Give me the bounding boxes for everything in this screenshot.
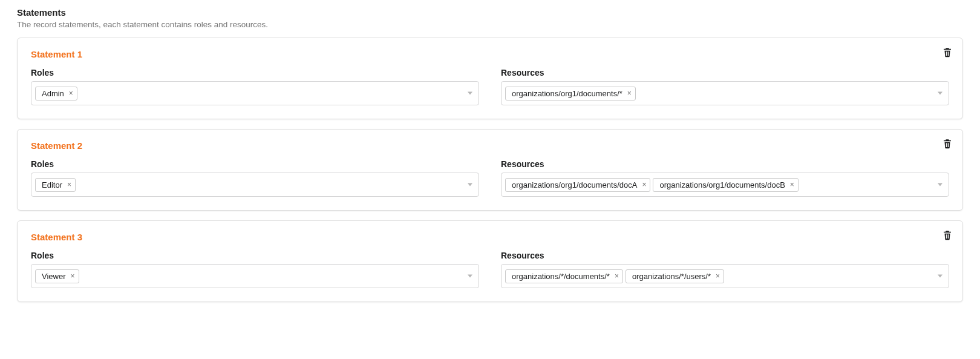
remove-chip-button[interactable]: × [627,90,632,97]
chip-label: organizations/org1/documents/docA [512,181,637,189]
resources-label: Resources [501,159,949,169]
resources-label: Resources [501,251,949,260]
delete-statement-button[interactable] [942,47,954,59]
chip-label: Editor [42,181,62,189]
delete-statement-button[interactable] [942,138,954,150]
remove-chip-button[interactable]: × [69,90,73,97]
statement-title: Statement 2 [31,140,949,151]
chevron-down-icon [468,183,472,186]
resources-label: Resources [501,68,949,77]
roles-multiselect[interactable]: Admin × [31,81,479,105]
selected-chip: organizations/*/users/* × [626,269,724,283]
selected-chip: Viewer × [35,269,79,283]
selected-chip: organizations/org1/documents/* × [505,87,636,100]
resources-multiselect[interactable]: organizations/*/documents/* × organizati… [501,264,949,288]
remove-chip-button[interactable]: × [642,181,646,188]
chevron-down-icon [468,275,472,278]
chevron-down-icon [468,92,472,95]
resources-multiselect[interactable]: organizations/org1/documents/docA × orga… [501,173,949,197]
chip-label: organizations/*/users/* [632,272,711,280]
selected-chip: organizations/*/documents/* × [505,269,623,283]
chevron-down-icon [938,275,942,278]
delete-statement-button[interactable] [942,229,954,242]
roles-label: Roles [31,251,479,260]
statement-title: Statement 1 [31,49,949,59]
chip-label: Admin [42,90,64,97]
section-title: Statements [17,7,963,18]
selected-chip: Admin × [35,87,77,100]
trash-icon [942,229,954,240]
trash-icon [942,47,954,58]
chevron-down-icon [938,92,942,95]
statement-title: Statement 3 [31,232,949,242]
chip-label: organizations/org1/documents/docB [659,181,785,189]
remove-chip-button[interactable]: × [716,272,720,280]
trash-icon [942,138,954,149]
roles-multiselect[interactable]: Editor × [31,173,479,197]
selected-chip: organizations/org1/documents/docA × [505,178,650,192]
chevron-down-icon [938,183,942,186]
chip-label: Viewer [42,272,66,280]
remove-chip-button[interactable]: × [615,272,619,280]
roles-label: Roles [31,68,479,77]
roles-multiselect[interactable]: Viewer × [31,264,479,288]
remove-chip-button[interactable]: × [790,181,794,188]
selected-chip: Editor × [35,178,76,192]
resources-multiselect[interactable]: organizations/org1/documents/* × [501,81,949,105]
statement-card: Statement 2 Roles Editor × Resources org… [17,129,963,211]
statement-card: Statement 3 Roles Viewer × Resources org… [17,220,963,302]
chip-label: organizations/*/documents/* [512,272,610,280]
roles-label: Roles [31,159,479,169]
section-subtitle: The record statements, each statement co… [17,20,963,29]
selected-chip: organizations/org1/documents/docB × [653,178,798,192]
chip-label: organizations/org1/documents/* [512,90,622,97]
remove-chip-button[interactable]: × [71,272,75,280]
remove-chip-button[interactable]: × [67,181,71,188]
statement-card: Statement 1 Roles Admin × Resources orga… [17,38,963,119]
